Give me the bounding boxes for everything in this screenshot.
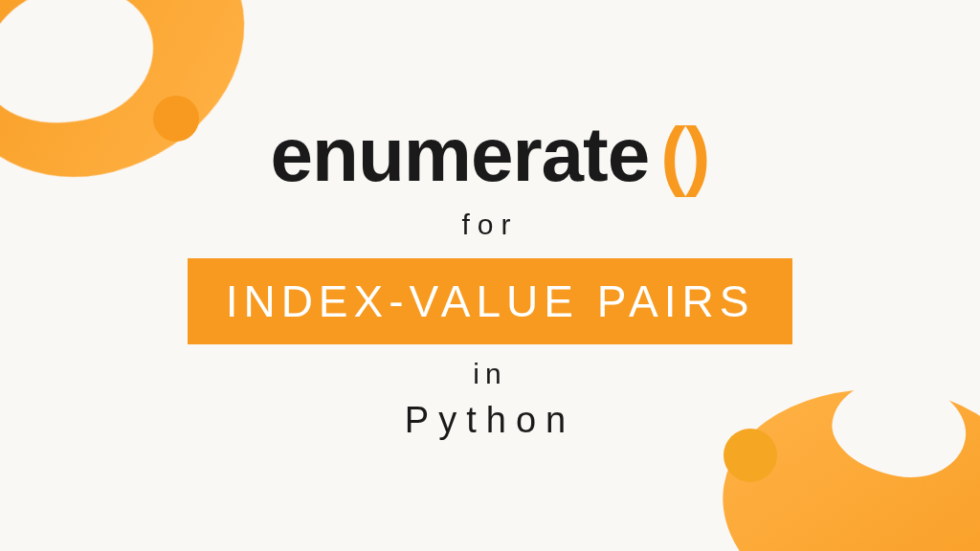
language-label: Python [405, 400, 575, 441]
function-name-text: enumerate [271, 112, 650, 197]
main-content: enumerate() for INDEX-VALUE PAIRS in Pyt… [0, 0, 980, 551]
title-heading: enumerate() [271, 111, 710, 199]
subtitle-in: in [473, 358, 506, 390]
subtitle-for: for [461, 209, 518, 241]
parentheses-accent: () [660, 112, 709, 197]
banner-highlight: INDEX-VALUE PAIRS [188, 258, 793, 344]
